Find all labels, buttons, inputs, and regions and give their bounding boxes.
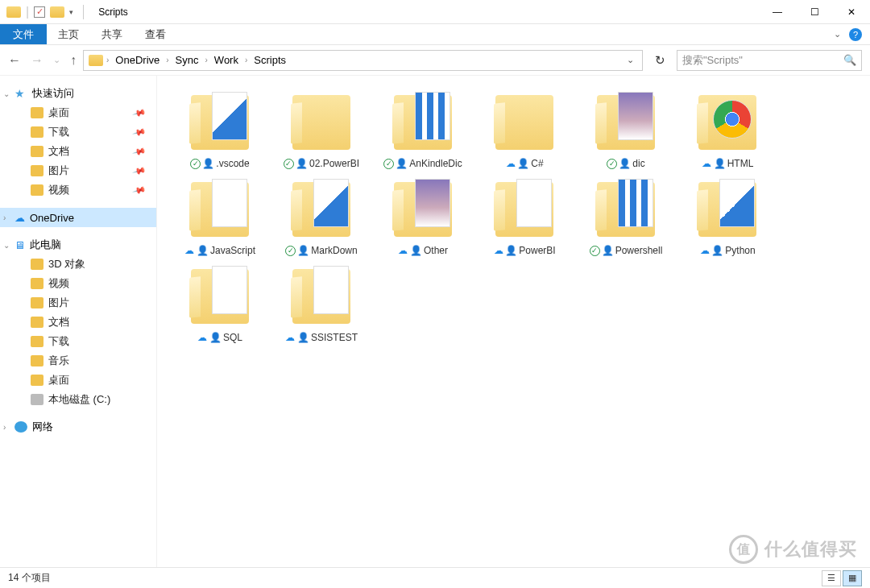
sidebar-quick-access[interactable]: ⌄ ★ 快速访问 (0, 84, 156, 103)
shared-icon: 👤 (711, 245, 723, 256)
pin-icon: 📌 (132, 183, 147, 197)
close-button[interactable]: ✕ (833, 0, 870, 24)
tab-share[interactable]: 共享 (90, 24, 134, 44)
item-meta: ☁👤Python (699, 245, 755, 256)
item-meta: ☁👤SSISTEST (285, 332, 358, 343)
window-title: Scripts (98, 6, 128, 18)
maximize-button[interactable]: ☐ (796, 0, 833, 24)
chevron-down-icon[interactable]: ⌄ (3, 241, 10, 250)
chevron-right-icon[interactable]: › (245, 56, 247, 64)
breadcrumb-segment[interactable]: Scripts (251, 54, 289, 66)
tab-view[interactable]: 查看 (134, 24, 177, 44)
folder-icon (698, 95, 756, 150)
shared-icon: 👤 (714, 158, 726, 169)
statusbar: 14 个项目 ☰ ▦ (0, 567, 870, 588)
forward-button[interactable]: → (31, 53, 44, 68)
shared-icon: 👤 (202, 158, 214, 169)
view-switcher: ☰ ▦ (822, 570, 862, 586)
folder-icon (191, 95, 249, 150)
folder-item[interactable]: ☁👤SQL (172, 264, 268, 343)
divider (83, 5, 84, 19)
tab-home[interactable]: 主页 (47, 24, 90, 44)
back-button[interactable]: ← (8, 53, 21, 68)
search-icon: 🔍 (843, 54, 856, 66)
chevron-right-icon[interactable]: › (205, 56, 208, 64)
item-name: Other (424, 245, 448, 256)
details-view-button[interactable]: ☰ (822, 570, 841, 586)
breadcrumb-segment[interactable]: Work (211, 54, 242, 66)
item-meta: ✓👤AnKindleDic (383, 158, 462, 169)
folder-item[interactable]: ✓👤AnKindleDic (375, 90, 471, 169)
search-input[interactable]: 搜索"Scripts" 🔍 (677, 50, 862, 71)
item-name: 02.PowerBI (309, 158, 359, 169)
sidebar-item[interactable]: 3D 对象 (0, 255, 156, 274)
file-tab[interactable]: 文件 (0, 24, 47, 44)
breadcrumb-segment[interactable]: Sync (172, 54, 202, 66)
sidebar-label: 此电脑 (30, 238, 61, 252)
sidebar-item[interactable]: 桌面📌 (0, 103, 156, 122)
content-area[interactable]: ✓👤.vscode✓👤02.PowerBI✓👤AnKindleDic☁👤C#✓👤… (157, 76, 870, 567)
icon-view-button[interactable]: ▦ (843, 570, 862, 586)
sidebar-this-pc[interactable]: ⌄ 🖥 此电脑 (0, 235, 156, 255)
folder-item[interactable]: ✓👤MarkDown (273, 177, 370, 256)
folder-item[interactable]: ☁👤C# (476, 90, 573, 169)
qat-dropdown-icon[interactable]: ▾ (69, 8, 73, 16)
chevron-right-icon[interactable]: › (3, 423, 6, 432)
cloud-icon: ☁ (493, 246, 503, 256)
folder-icon (31, 297, 44, 308)
folder-icon (597, 95, 655, 150)
chevron-right-icon[interactable]: › (3, 213, 6, 222)
help-icon[interactable]: ? (849, 28, 862, 41)
folder-item[interactable]: ✓👤.vscode (172, 90, 268, 169)
folder-icon[interactable] (50, 6, 64, 18)
qat-checkbox[interactable]: ✓ (34, 6, 45, 18)
address-bar[interactable]: › OneDrive › Sync › Work › Scripts ⌄ (83, 50, 643, 71)
sidebar-item[interactable]: 视频 (0, 274, 156, 293)
folder-item[interactable]: ✓👤02.PowerBI (273, 90, 370, 169)
breadcrumb-segment[interactable]: OneDrive (112, 54, 163, 66)
folder-item[interactable]: ☁👤SSISTEST (273, 264, 370, 343)
folder-item[interactable]: ☁👤Other (375, 177, 471, 256)
sidebar-network[interactable]: › 网络 (0, 417, 156, 437)
folder-item[interactable]: ☁👤Python (679, 177, 776, 256)
cloud-icon: ☁ (184, 246, 195, 256)
synced-icon: ✓ (383, 159, 394, 169)
sidebar-item[interactable]: 桌面 (0, 371, 156, 390)
item-count: 14 个项目 (8, 571, 51, 585)
cloud-icon: ☁ (699, 246, 710, 256)
item-meta: ☁👤JavaScript (184, 245, 255, 256)
cloud-icon: ☁ (285, 333, 296, 343)
shared-icon: 👤 (296, 158, 308, 169)
sidebar-item[interactable]: 图片 (0, 293, 156, 313)
folder-item[interactable]: ✓👤dic (578, 90, 674, 169)
sidebar-item[interactable]: 下载📌 (0, 122, 156, 142)
folder-item[interactable]: ☁👤HTML (679, 90, 776, 169)
sidebar-item[interactable]: 本地磁盘 (C:) (0, 390, 156, 409)
folder-icon (292, 269, 350, 324)
minimize-button[interactable]: — (759, 0, 796, 24)
chevron-down-icon[interactable]: ⌄ (3, 89, 10, 98)
folder-item[interactable]: ✓👤Powershell (578, 177, 674, 256)
chevron-right-icon[interactable]: › (106, 56, 109, 64)
sidebar-item[interactable]: 下载 (0, 332, 156, 351)
chevron-right-icon[interactable]: › (166, 56, 168, 64)
sidebar-item[interactable]: 视频📌 (0, 180, 156, 200)
address-dropdown-icon[interactable]: ⌄ (624, 55, 637, 65)
sidebar-item[interactable]: 文档📌 (0, 142, 156, 161)
sidebar-label: 网络 (32, 420, 53, 434)
folder-item[interactable]: ☁👤JavaScript (172, 177, 268, 256)
nav-arrows: ← → ⌄ ↑ (8, 53, 77, 68)
folder-thumbnail (286, 90, 357, 155)
sidebar-item[interactable]: 图片📌 (0, 161, 156, 180)
sidebar-item[interactable]: 文档 (0, 313, 156, 332)
folder-thumbnail (184, 177, 255, 242)
folder-icon (698, 182, 756, 237)
sidebar-onedrive[interactable]: › ☁ OneDrive (0, 208, 156, 227)
network-icon (14, 421, 27, 433)
up-button[interactable]: ↑ (70, 53, 77, 68)
refresh-button[interactable]: ↻ (649, 50, 670, 71)
ribbon-collapse-icon[interactable]: ⌄ (834, 29, 841, 39)
folder-item[interactable]: ☁👤PowerBI (476, 177, 573, 256)
recent-dropdown-icon[interactable]: ⌄ (53, 55, 60, 65)
sidebar-item[interactable]: 音乐 (0, 351, 156, 371)
